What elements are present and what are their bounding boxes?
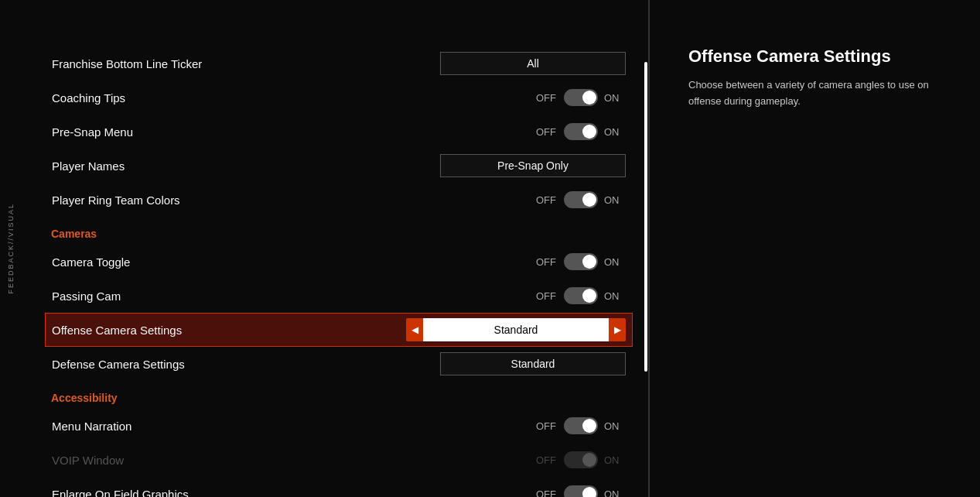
label-pre-snap-menu: Pre-Snap Menu xyxy=(52,125,133,139)
row-player-names: Player Names Pre-Snap Only xyxy=(45,149,633,183)
toggle-passing-cam[interactable]: OFF ON xyxy=(536,287,626,304)
toggle-on-label-voip: ON xyxy=(604,454,626,466)
row-enlarge-on-field-graphics: Enlarge On Field Graphics OFF ON xyxy=(45,477,633,497)
toggle-player-ring[interactable]: OFF ON xyxy=(536,191,626,208)
toggle-on-label-narration: ON xyxy=(604,420,626,432)
toggle-on-label: ON xyxy=(604,92,626,104)
toggle-switch-coaching-tips[interactable] xyxy=(564,89,598,106)
label-offense-camera-settings: Offense Camera Settings xyxy=(52,324,182,337)
row-franchise-bottom-line-ticker: Franchise Bottom Line Ticker All xyxy=(45,46,633,81)
toggle-on-label-cam: ON xyxy=(604,256,626,268)
value-franchise-bottom-line-ticker: All xyxy=(440,52,626,75)
row-offense-camera-settings: Offense Camera Settings ◀ Standard ▶ xyxy=(45,313,633,347)
toggle-switch-pre-snap-menu[interactable] xyxy=(564,123,598,140)
offense-camera-prev-button[interactable]: ◀ xyxy=(406,318,423,341)
label-franchise-bottom-line-ticker: Franchise Bottom Line Ticker xyxy=(52,57,202,70)
scrollbar-thumb[interactable] xyxy=(644,62,647,372)
label-player-ring-team-colors: Player Ring Team Colors xyxy=(52,194,180,207)
feedback-label2: FEEDBACK xyxy=(7,244,15,294)
selector-player-names[interactable]: Pre-Snap Only xyxy=(440,154,626,177)
panel-divider xyxy=(648,0,650,497)
toggle-on-label-passing: ON xyxy=(604,290,626,302)
selector-franchise-bottom-line-ticker[interactable]: All xyxy=(440,52,626,75)
info-description: Choose between a variety of camera angle… xyxy=(688,77,957,110)
row-menu-narration: Menu Narration OFF ON xyxy=(45,409,633,443)
toggle-switch-player-ring[interactable] xyxy=(564,191,598,208)
toggle-switch-passing-cam[interactable] xyxy=(564,287,598,304)
toggle-on-label-ring: ON xyxy=(604,194,626,206)
info-panel: Offense Camera Settings Choose between a… xyxy=(665,0,980,497)
toggle-off-label-narration: OFF xyxy=(536,420,558,432)
value-defense-camera: Standard xyxy=(440,352,626,375)
label-menu-narration: Menu Narration xyxy=(52,420,131,433)
label-player-names: Player Names xyxy=(52,159,125,173)
value-offense-camera: Standard xyxy=(423,318,609,341)
toggle-menu-narration[interactable]: OFF ON xyxy=(536,417,626,434)
toggle-off-label: OFF xyxy=(536,92,558,104)
toggle-on-label-enlarge: ON xyxy=(604,488,626,498)
offense-camera-next-button[interactable]: ▶ xyxy=(609,318,626,341)
section-cameras: Cameras xyxy=(45,217,633,245)
label-passing-cam: Passing Cam xyxy=(52,290,121,303)
toggle-off-label-ring: OFF xyxy=(536,194,558,206)
toggle-on-label-presnap: ON xyxy=(604,126,626,138)
label-enlarge-on-field-graphics: Enlarge On Field Graphics xyxy=(52,488,189,498)
toggle-enlarge[interactable]: OFF ON xyxy=(536,485,626,497)
settings-panel: Franchise Bottom Line Ticker All Coachin… xyxy=(22,0,648,497)
toggle-off-label-enlarge: OFF xyxy=(536,488,558,498)
toggle-off-label-voip: OFF xyxy=(536,454,558,466)
label-voip-window: VOIP Window xyxy=(52,454,124,467)
selector-offense-camera[interactable]: ◀ Standard ▶ xyxy=(406,318,626,341)
row-voip-window: VOIP Window OFF ON xyxy=(45,443,633,477)
value-player-names: Pre-Snap Only xyxy=(440,154,626,177)
visual-feedback-label: //VISUAL xyxy=(7,203,15,244)
row-pre-snap-menu: Pre-Snap Menu OFF ON xyxy=(45,115,633,149)
toggle-off-label-presnap: OFF xyxy=(536,126,558,138)
toggle-off-label-cam: OFF xyxy=(536,256,558,268)
toggle-switch-camera-toggle[interactable] xyxy=(564,253,598,270)
toggle-voip: OFF ON xyxy=(536,451,626,468)
row-passing-cam: Passing Cam OFF ON xyxy=(45,279,633,313)
label-coaching-tips: Coaching Tips xyxy=(52,91,125,105)
toggle-pre-snap-menu[interactable]: OFF ON xyxy=(536,123,626,140)
toggle-coaching-tips[interactable]: OFF ON xyxy=(536,89,626,106)
toggle-off-label-passing: OFF xyxy=(536,290,558,302)
toggle-camera-toggle[interactable]: OFF ON xyxy=(536,253,626,270)
label-camera-toggle: Camera Toggle xyxy=(52,255,130,269)
section-accessibility: Accessibility xyxy=(45,381,633,409)
row-camera-toggle: Camera Toggle OFF ON xyxy=(45,245,633,279)
label-defense-camera-settings: Defense Camera Settings xyxy=(52,358,185,371)
toggle-switch-enlarge[interactable] xyxy=(564,485,598,497)
selector-defense-camera[interactable]: Standard xyxy=(440,352,626,375)
row-defense-camera-settings: Defense Camera Settings Standard xyxy=(45,347,633,381)
toggle-switch-voip xyxy=(564,451,598,468)
toggle-switch-menu-narration[interactable] xyxy=(564,417,598,434)
row-coaching-tips: Coaching Tips OFF ON xyxy=(45,81,633,115)
info-title: Offense Camera Settings xyxy=(688,46,957,67)
row-player-ring-team-colors: Player Ring Team Colors OFF ON xyxy=(45,183,633,217)
visual-feedback-sidebar: //VISUAL FEEDBACK xyxy=(0,0,22,497)
